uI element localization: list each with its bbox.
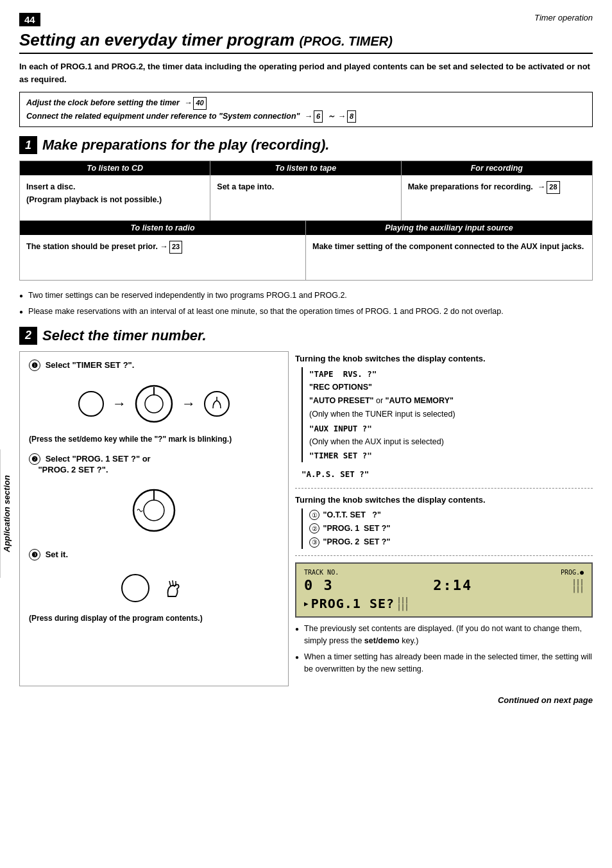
substep2-diagram (29, 481, 279, 540)
col5-header: Playing the auxiliary input source (306, 221, 592, 235)
svg-point-9 (122, 575, 149, 602)
display-item5: "TIMER SET ?" (309, 449, 593, 462)
separator1 (295, 488, 593, 489)
col1-header: To listen to CD (20, 161, 210, 175)
display-item9: ③ "PROG. 2 SET ?" (309, 535, 593, 549)
display-time: 2:14 (433, 577, 472, 593)
right-bullet1: The previously set contents are displaye… (295, 623, 593, 647)
svg-point-4 (205, 392, 229, 416)
col5: Playing the auxiliary input source Make … (306, 221, 592, 280)
col5-body: Make timer setting of the component conn… (306, 235, 592, 280)
col4-header: To listen to radio (20, 221, 305, 235)
svg-point-7 (144, 500, 164, 521)
bullet-list: Two timer settings can be reserved indep… (19, 290, 593, 318)
step1-table-top: To listen to CD Insert a disc.(Program p… (20, 161, 592, 220)
main-title: Setting an everyday timer program (PROG.… (19, 30, 593, 54)
col1-body: Insert a disc.(Program playback is not p… (20, 175, 210, 220)
turning-title2: Turning the knob switches the display co… (295, 495, 593, 505)
arrow2-icon: → (182, 395, 196, 412)
display-row1: TRACK NO. PROG.● (304, 569, 584, 576)
signal-bars: ||| ||| (572, 578, 584, 593)
right-bullet2: When a timer setting has already been ma… (295, 651, 593, 675)
col2-header: To listen to tape (210, 161, 400, 175)
bullet2: Please make reservations with an interva… (19, 306, 593, 318)
display-box: TRACK NO. PROG.● 0 3 2:14 ||| ||| ▶ PROG… (295, 562, 593, 618)
substep3-diagram (29, 567, 279, 609)
bracket-list1: "TAPE RVS. ?" "REC OPTIONS" "AUTO PRESET… (302, 367, 593, 463)
note-box: Adjust the clock before setting the time… (19, 92, 593, 127)
col4-body: The station should be preset prior. →23 (20, 235, 305, 280)
col2: To listen to tape Set a tape into. (210, 161, 401, 220)
prog-badge: PROG.● (561, 569, 584, 576)
col1: To listen to CD Insert a disc.(Program p… (20, 161, 210, 220)
note-line1: Adjust the clock before setting the time… (26, 96, 586, 110)
col3-header: For recording (402, 161, 592, 175)
display-track: 0 3 (304, 577, 334, 593)
separator2 (295, 555, 593, 556)
display-item2: "REC OPTIONS" (309, 381, 593, 394)
display-item6: "A.P.S. SET ?" (302, 467, 593, 481)
app-section-label: Application section (0, 449, 13, 578)
display-item4-note: (Only when the AUX input is selected) (309, 435, 593, 449)
button3-icon (121, 573, 150, 603)
intro-text: In each of PROG.1 and PROG.2, the timer … (19, 60, 593, 85)
step2-content: ❶ Select "TIMER SET ?". → → (19, 351, 593, 687)
substep2: ❷ Select "PROG. 1 SET ?" or "PROG. 2 SET… (29, 453, 279, 474)
step2-title: Select the timer number. (42, 327, 207, 344)
display-row3: ▶ PROG.1 SE? ||| ||| (304, 596, 584, 611)
step1-table: To listen to CD Insert a disc.(Program p… (19, 161, 593, 281)
display-item3-note: (Only when the TUNER input is selected) (309, 408, 593, 421)
display-item8: ② "PROG. 1 SET ?" (309, 522, 593, 535)
arrow1-icon: → (112, 395, 126, 412)
large-knob-icon (134, 384, 174, 424)
display-item7: ① "O.T.T. SET ?" (309, 508, 593, 522)
step1-header: 1 Make preparations for the play (record… (19, 136, 593, 154)
col3: For recording Make preparations for reco… (402, 161, 592, 220)
large-knob2-icon (131, 487, 177, 534)
signal-bars2: ||| ||| (397, 596, 409, 611)
step1-table-bottom: To listen to radio The station should be… (20, 220, 592, 280)
knob-section2: ① "O.T.T. SET ?" ② "PROG. 1 SET ?" ③ "PR… (295, 508, 593, 550)
substep1-diagram: → → (29, 378, 279, 430)
substep3-note: (Press during display of the program con… (29, 613, 279, 624)
continued: Continued on next page (19, 695, 593, 705)
display-item1: "TAPE RVS. ?" (309, 367, 593, 381)
note-line2: Connect the related equipment under refe… (26, 110, 586, 123)
col4: To listen to radio The station should be… (20, 221, 306, 280)
left-col: ❶ Select "TIMER SET ?". → → (19, 351, 289, 687)
turning-title1: Turning the knob switches the display co… (295, 354, 593, 363)
step1-num: 1 (19, 136, 37, 154)
col2-body: Set a tape into. (210, 175, 400, 220)
section-label: Timer operation (534, 13, 593, 22)
display-prog-text: PROG.1 SE? (311, 596, 395, 611)
substep1: ❶ Select "TIMER SET ?". (29, 360, 279, 371)
svg-point-2 (145, 395, 163, 413)
small-circle2-icon (203, 390, 230, 417)
right-bullets: The previously set contents are displaye… (295, 623, 593, 675)
col3-body: Make preparations for recording. →28 (402, 175, 592, 220)
bracket-list2: ① "O.T.T. SET ?" ② "PROG. 1 SET ?" ③ "PR… (302, 508, 593, 550)
knob-section1: "TAPE RVS. ?" "REC OPTIONS" "AUTO PRESET… (295, 367, 593, 482)
svg-point-0 (79, 392, 103, 416)
page-number: 44 (19, 13, 593, 29)
step2-header: 2 Select the timer number. (19, 327, 593, 345)
substep1-note: (Press the set/demo key while the "?" ma… (29, 434, 279, 445)
right-col: Turning the knob switches the display co… (295, 351, 593, 687)
display-main-row: 0 3 2:14 ||| ||| (304, 577, 584, 593)
svg-line-11 (173, 580, 173, 586)
svg-line-10 (169, 581, 171, 586)
bullet1: Two timer settings can be reserved indep… (19, 290, 593, 302)
display-item4: "AUX INPUT ?" (309, 422, 593, 435)
step1-title: Make preparations for the play (recordin… (42, 137, 329, 153)
substep3: ❸ Set it. (29, 549, 279, 560)
hand3-icon (158, 573, 187, 603)
display-item3: "AUTO PRESET" or "AUTO MEMORY" (309, 394, 593, 408)
small-circle-icon (78, 390, 105, 417)
step2-num: 2 (19, 327, 37, 345)
